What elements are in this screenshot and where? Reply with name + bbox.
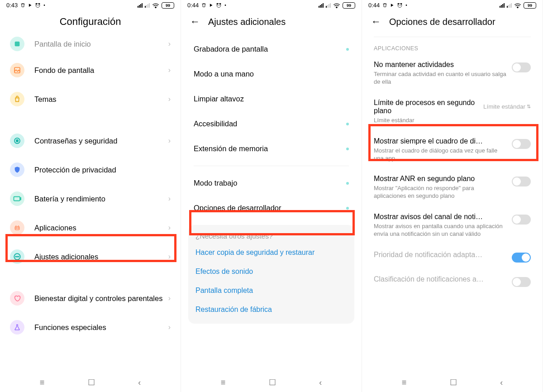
setting-accessibility[interactable]: Accesibilidad <box>181 111 362 136</box>
link-backup[interactable]: Hacer copia de seguridad y restaurar <box>195 243 347 262</box>
play-icon <box>209 3 213 7</box>
signal-icon <box>319 3 324 8</box>
setting-developer-options[interactable]: Opciones de desarrollador <box>181 196 362 220</box>
setting-wellbeing[interactable]: Bienestar digital y controles parentales… <box>0 284 181 313</box>
page-header: ← Ajustes adicionales <box>181 10 362 37</box>
toggle-switch[interactable] <box>512 139 531 149</box>
svg-point-22 <box>218 5 219 6</box>
chevron-right-icon: › <box>168 137 171 145</box>
dev-adaptive-notif-priority[interactable]: Prioridad de notificación adapta… <box>362 244 543 269</box>
dev-notif-classification[interactable]: Clasificación de notificaciones a… <box>362 269 543 293</box>
link-fullscreen[interactable]: Pantalla completa <box>195 281 347 300</box>
dev-keep-activities[interactable]: No mantener actividades Terminar cada ac… <box>362 54 543 92</box>
battery-icon: 99 <box>524 2 536 9</box>
trash-icon <box>201 3 206 8</box>
dev-crash-dialog[interactable]: Mostrar siempre el cuadro de di… Mostrar… <box>362 131 543 169</box>
recent-icon[interactable]: ≡ <box>40 378 45 387</box>
svg-point-26 <box>398 3 399 5</box>
status-time: 0:43 <box>6 2 18 9</box>
trash-icon <box>20 3 25 8</box>
setting-one-hand[interactable]: Modo a una mano <box>181 62 362 86</box>
panda-icon <box>216 2 222 8</box>
toggle-switch[interactable] <box>512 62 531 72</box>
chevron-updown-icon: ⇅ <box>527 104 531 110</box>
svg-point-21 <box>219 3 221 5</box>
signal-icon <box>138 3 143 8</box>
setting-memory-extension[interactable]: Extensión de memoria <box>181 136 362 161</box>
nav-bar: ≡ ☐ ‹ <box>0 371 181 392</box>
select-value[interactable]: Límite estándar ⇅ <box>483 103 531 110</box>
chevron-right-icon: › <box>168 95 171 103</box>
dots-icon <box>10 249 24 264</box>
toggle-switch[interactable] <box>512 177 531 186</box>
dev-notif-channel-alerts[interactable]: Mostrar avisos del canal de noti… Mostra… <box>362 206 543 244</box>
page-title: Ajustes adicionales <box>208 17 286 27</box>
dot-icon: • <box>405 3 407 8</box>
signal-icon-2 <box>145 3 150 8</box>
heart-icon <box>10 291 24 306</box>
home-icon[interactable]: ☐ <box>269 378 276 387</box>
nav-bar: ≡ ☐ ‹ <box>181 371 362 392</box>
new-dot-icon <box>346 207 349 210</box>
setting-security[interactable]: Contraseñas y seguridad › <box>0 126 181 155</box>
section-header-apps: APLICACIONES <box>362 41 543 54</box>
chevron-right-icon: › <box>168 224 171 232</box>
svg-point-4 <box>38 5 39 6</box>
back-icon[interactable]: ‹ <box>500 378 503 387</box>
link-factory-reset[interactable]: Restauración de fábrica <box>195 300 347 319</box>
chevron-right-icon: › <box>168 66 171 74</box>
battery-icon <box>10 191 24 206</box>
svg-point-29 <box>400 5 401 6</box>
home-icon[interactable]: ☐ <box>88 378 95 387</box>
setting-privacy[interactable]: Protección de privacidad <box>0 155 181 184</box>
divider <box>194 166 349 166</box>
setting-additional[interactable]: Ajustes adicionales › <box>0 242 181 271</box>
setting-special[interactable]: Funciones especiales › <box>0 313 181 342</box>
wifi-icon <box>333 3 340 8</box>
suggestions-title: ¿Necesita otros ajustes? <box>195 232 347 240</box>
flask-icon <box>10 320 24 335</box>
toggle-switch[interactable] <box>512 253 531 263</box>
setting-battery[interactable]: Batería y rendimiento › <box>0 184 181 213</box>
setting-home-screen[interactable]: Pantalla de inicio › <box>0 37 181 56</box>
svg-rect-6 <box>15 42 20 47</box>
settings-list[interactable]: Pantalla de inicio › Fondo de pantalla ›… <box>0 37 181 371</box>
dot-icon: • <box>43 3 45 8</box>
back-arrow-icon[interactable]: ← <box>190 16 200 28</box>
wifi-icon <box>514 3 521 8</box>
back-arrow-icon[interactable]: ← <box>371 16 381 28</box>
setting-apps[interactable]: Aplicaciones › <box>0 213 181 242</box>
developer-options-list[interactable]: APLICACIONES No mantener actividades Ter… <box>362 37 543 371</box>
home-icon <box>10 37 24 51</box>
svg-rect-10 <box>14 197 20 201</box>
setting-wallpaper[interactable]: Fondo de pantalla › <box>0 56 181 85</box>
home-icon[interactable]: ☐ <box>450 378 457 387</box>
svg-point-30 <box>517 7 518 8</box>
divider <box>374 37 531 37</box>
page-header: Configuración <box>0 10 181 37</box>
status-bar: 0:44 • 99 <box>362 0 543 10</box>
additional-settings-list[interactable]: Grabadora de pantalla Modo a una mano Li… <box>181 37 362 371</box>
svg-rect-11 <box>20 198 21 200</box>
setting-clean-speaker[interactable]: Limpiar altavoz <box>181 86 362 111</box>
dev-bg-process-limit[interactable]: Límite de procesos en segundo plano Lími… <box>362 92 543 131</box>
bag-icon <box>10 92 24 106</box>
link-sound[interactable]: Efectos de sonido <box>195 262 347 281</box>
dev-bg-anr[interactable]: Mostrar ANR en segundo plano Mostrar "Ap… <box>362 168 543 206</box>
setting-screen-recorder[interactable]: Grabadora de pantalla <box>181 37 362 62</box>
toggle-switch[interactable] <box>512 215 531 225</box>
setting-themes[interactable]: Temas › <box>0 85 181 114</box>
chevron-right-icon: › <box>168 253 171 261</box>
svg-point-5 <box>155 7 156 8</box>
trash-icon <box>382 3 387 8</box>
svg-point-27 <box>400 3 402 5</box>
recent-icon[interactable]: ≡ <box>402 378 407 387</box>
back-icon[interactable]: ‹ <box>319 378 322 387</box>
setting-work-mode[interactable]: Modo trabajo <box>181 171 362 196</box>
phone-screen-2: 0:44 • 99 ← Ajustes adicionales Grabador… <box>181 0 362 392</box>
back-icon[interactable]: ‹ <box>138 378 141 387</box>
status-bar: 0:44 • 99 <box>181 0 362 10</box>
status-time: 0:44 <box>187 2 199 9</box>
toggle-switch[interactable] <box>512 277 531 287</box>
recent-icon[interactable]: ≡ <box>221 378 226 387</box>
